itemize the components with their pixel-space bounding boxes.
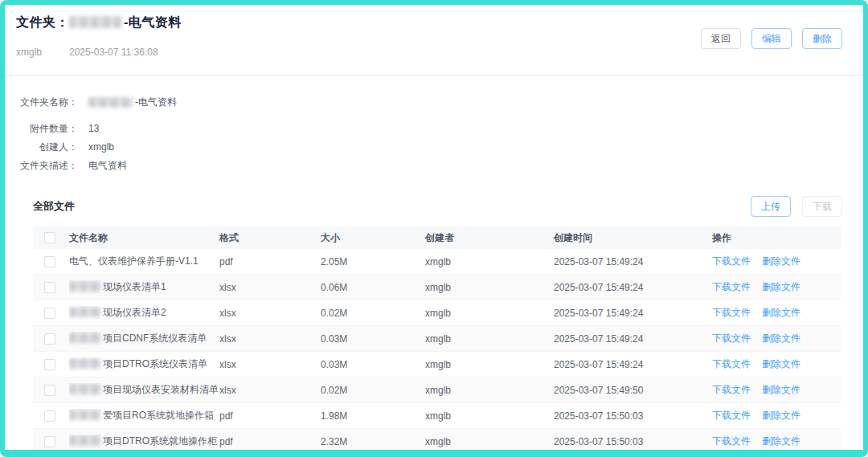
file-created-time: 2025-03-07 15:49:24 (554, 359, 712, 370)
row-actions: 下载文件 删除文件 (712, 255, 841, 268)
info-row-creator: 创建人： xmglb (5, 138, 863, 156)
table-row: 项目DTRO系统就地操作柜 pdf 2.32M xmglb 2025-03-07… (33, 429, 841, 455)
delete-button[interactable]: 删除 (802, 28, 842, 49)
file-creator: xmglb (425, 282, 554, 293)
file-size: 0.02M (321, 308, 425, 319)
file-name: 现场仪表清单1 (69, 280, 219, 294)
row-checkbox[interactable] (44, 333, 55, 345)
folder-name-value: -电气资料 (88, 96, 177, 109)
header-size: 大小 (321, 231, 425, 245)
row-checkbox-cell (33, 333, 69, 345)
file-creator: xmglb (425, 410, 554, 422)
delete-file-link[interactable]: 删除文件 (762, 383, 800, 397)
info-row-attachment-count: 附件数量： 13 (5, 120, 863, 137)
row-checkbox-cell (33, 410, 69, 422)
select-all-checkbox[interactable] (44, 232, 55, 243)
description-label: 文件夹描述： (5, 159, 78, 173)
files-section-header: 全部文件 上传 下载 (33, 196, 842, 217)
table-row: 现场仪表清单2 xlsx 0.02M xmglb 2025-03-07 15:4… (33, 300, 841, 326)
redacted-name-prefix (69, 435, 101, 446)
redacted-folder-name (88, 97, 133, 108)
page-title-prefix: 文件夹： (16, 15, 69, 29)
file-created-time: 2025-03-07 15:50:03 (554, 410, 712, 422)
header-creator: xmglb (16, 47, 42, 58)
file-size: 2.05M (321, 256, 425, 267)
delete-file-link[interactable]: 删除文件 (762, 357, 800, 371)
file-format: xlsx (219, 282, 321, 293)
delete-file-link[interactable]: 删除文件 (762, 280, 800, 294)
file-size: 2.32M (321, 436, 425, 447)
redacted-name-prefix (69, 281, 101, 292)
delete-file-link[interactable]: 删除文件 (762, 255, 800, 268)
header-creator-col: 创建者 (425, 231, 554, 245)
row-checkbox-cell (33, 308, 69, 319)
download-file-link[interactable]: 下载文件 (712, 306, 751, 320)
row-checkbox[interactable] (44, 385, 55, 396)
file-creator: xmglb (425, 385, 554, 396)
file-created-time: 2025-03-07 15:49:24 (554, 308, 712, 319)
download-file-link[interactable]: 下载文件 (712, 280, 751, 294)
info-row-folder-name: 文件夹名称： -电气资料 (5, 93, 863, 111)
row-actions: 下载文件 删除文件 (712, 435, 841, 448)
table-row: 项目CDNF系统仪表清单 xlsx 0.03M xmglb 2025-03-07… (33, 326, 841, 352)
file-table-body: 电气、仪表维护保养手册-V1.1 pdf 2.05M xmglb 2025-03… (33, 249, 841, 455)
folder-info-section: 文件夹名称： -电气资料 附件数量： 13 创建人： xmglb 文件夹描述： … (5, 75, 863, 174)
row-checkbox[interactable] (44, 359, 55, 370)
header-action: 操作 (712, 231, 841, 245)
table-row: 项目现场仪表安装材料清单 xlsx 0.02M xmglb 2025-03-07… (33, 377, 841, 403)
download-file-link[interactable]: 下载文件 (712, 332, 751, 345)
page-title-suffix: -电气资料 (124, 15, 182, 29)
files-actions: 上传 下载 (751, 196, 842, 217)
file-table-header-row: 文件名称 格式 大小 创建者 创建时间 操作 (33, 226, 841, 249)
row-actions: 下载文件 删除文件 (712, 306, 841, 320)
download-file-link[interactable]: 下载文件 (712, 383, 751, 397)
edit-button[interactable]: 编辑 (751, 28, 792, 49)
row-checkbox-cell (33, 385, 69, 396)
header-file-name: 文件名称 (69, 231, 219, 245)
table-row: 现场仪表清单1 xlsx 0.06M xmglb 2025-03-07 15:4… (33, 275, 841, 300)
row-checkbox[interactable] (44, 436, 55, 447)
file-format: pdf (219, 410, 321, 422)
download-file-link[interactable]: 下载文件 (712, 409, 751, 422)
delete-file-link[interactable]: 删除文件 (762, 409, 800, 422)
row-checkbox[interactable] (44, 282, 55, 293)
file-name: 项目CDNF系统仪表清单 (69, 332, 219, 345)
row-checkbox[interactable] (44, 256, 55, 267)
file-size: 0.06M (321, 282, 425, 293)
row-checkbox[interactable] (44, 410, 55, 422)
redacted-name-prefix (69, 333, 101, 343)
header-format: 格式 (219, 231, 321, 245)
back-button[interactable]: 返回 (701, 28, 741, 49)
delete-file-link[interactable]: 删除文件 (762, 332, 800, 345)
delete-file-link[interactable]: 删除文件 (762, 435, 800, 448)
download-button[interactable]: 下载 (802, 196, 842, 217)
file-creator: xmglb (425, 436, 554, 447)
redacted-name-prefix (69, 384, 101, 394)
creator-value: xmglb (88, 141, 114, 153)
row-actions: 下载文件 删除文件 (712, 357, 841, 371)
row-checkbox-cell (33, 282, 69, 293)
download-file-link[interactable]: 下载文件 (712, 357, 751, 371)
file-format: xlsx (219, 359, 321, 370)
row-checkbox[interactable] (44, 308, 55, 319)
row-actions: 下载文件 删除文件 (712, 409, 841, 422)
redacted-folder-name (69, 16, 122, 28)
file-name: 项目现场仪表安装材料清单 (69, 383, 219, 397)
file-name: 项目DTRO系统仪表清单 (69, 357, 219, 371)
delete-file-link[interactable]: 删除文件 (762, 306, 800, 320)
file-creator: xmglb (425, 359, 554, 370)
files-section-title: 全部文件 (33, 199, 75, 214)
description-value: 电气资料 (88, 159, 127, 173)
row-checkbox-cell (33, 436, 69, 447)
row-actions: 下载文件 删除文件 (712, 383, 841, 397)
table-row: 电气、仪表维护保养手册-V1.1 pdf 2.05M xmglb 2025-03… (33, 249, 841, 275)
file-size: 0.03M (321, 333, 425, 345)
folder-detail-page: 文件夹：-电气资料 xmglb 2025-03-07 11:36:08 返回 编… (5, 5, 863, 450)
file-created-time: 2025-03-07 15:50:03 (554, 436, 712, 447)
redacted-name-prefix (69, 307, 101, 317)
upload-button[interactable]: 上传 (751, 196, 791, 217)
download-file-link[interactable]: 下载文件 (712, 435, 751, 448)
file-size: 0.03M (321, 359, 425, 370)
download-file-link[interactable]: 下载文件 (712, 255, 751, 268)
file-name: 现场仪表清单2 (69, 306, 219, 320)
